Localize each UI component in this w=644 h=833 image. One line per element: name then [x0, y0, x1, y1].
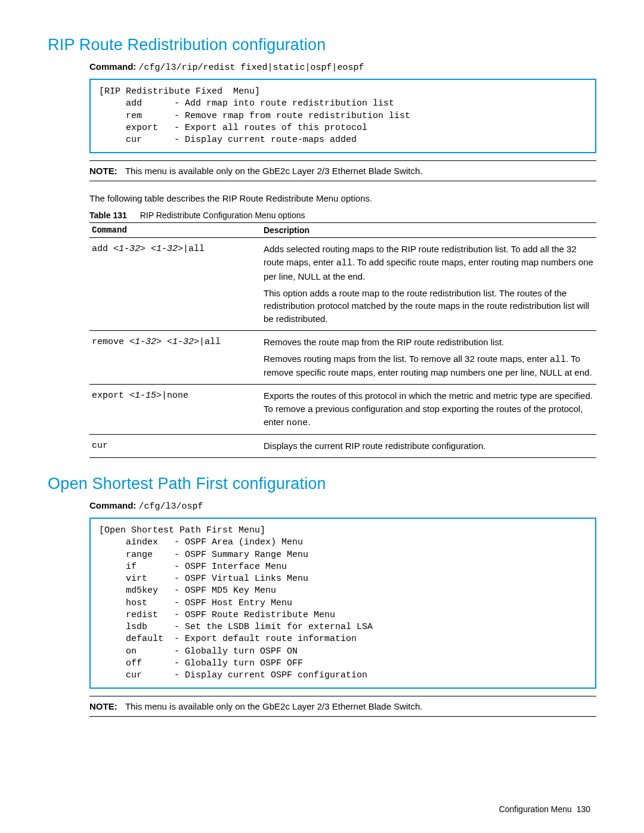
command-label: Command: — [89, 61, 136, 72]
cell-description: Removes the route map from the RIP route… — [261, 330, 596, 384]
footer-section: Configuration Menu — [499, 804, 572, 814]
page-footer: Configuration Menu 130 — [499, 804, 590, 814]
cell-description: Exports the routes of this protocol in w… — [261, 385, 596, 435]
command-line-ospf: Command: /cfg/l3/ospf — [89, 500, 596, 512]
command-label: Command: — [89, 500, 136, 510]
menu-box-rip: [RIP Redistribute Fixed Menu] add - Add … — [89, 79, 596, 153]
cell-command: export <1-15>|none — [89, 385, 261, 435]
table-row: cur Displays the current RIP route redis… — [89, 435, 596, 458]
note-text: This menu is available only on the GbE2c… — [125, 701, 423, 711]
note-label: NOTE: — [89, 165, 123, 177]
heading-rip: RIP Route Redistribution configuration — [48, 36, 596, 54]
note-label: NOTE: — [89, 700, 123, 713]
command-line-rip: Command: /cfg/l3/rip/redist fixed|static… — [89, 61, 596, 73]
config-table: Command Description add <1-32> <1-32>|al… — [89, 222, 596, 458]
table-row: remove <1-32> <1-32>|all Removes the rou… — [89, 330, 596, 384]
page: RIP Route Redistribution configuration C… — [0, 0, 644, 833]
menu-box-ospf: [Open Shortest Path First Menu] aindex -… — [89, 518, 596, 689]
table-row: add <1-32> <1-32>|all Adds selected rout… — [89, 238, 596, 331]
table-row: export <1-15>|none Exports the routes of… — [89, 385, 596, 435]
cell-command: cur — [89, 435, 261, 458]
note-block-ospf: NOTE: This menu is available only on the… — [89, 696, 596, 717]
th-command: Command — [89, 223, 261, 238]
intro-paragraph: The following table describes the RIP Ro… — [89, 192, 596, 205]
cell-description: Adds selected routing maps to the RIP ro… — [261, 238, 596, 331]
table-label: Table 131 — [89, 210, 127, 220]
note-text: This menu is available only on the GbE2c… — [125, 166, 423, 176]
command-path: /cfg/l3/ospf — [139, 501, 203, 512]
footer-page: 130 — [577, 804, 590, 814]
command-path: /cfg/l3/rip/redist fixed|static|ospf|eos… — [139, 63, 364, 73]
note-block-rip: NOTE: This menu is available only on the… — [89, 160, 596, 181]
cell-command: remove <1-32> <1-32>|all — [89, 330, 261, 384]
heading-ospf: Open Shortest Path First configuration — [48, 475, 596, 493]
th-description: Description — [261, 223, 596, 238]
table-caption: Table 131 RIP Redistribute Configuration… — [89, 210, 596, 220]
table-title: RIP Redistribute Configuration Menu opti… — [140, 210, 305, 220]
cell-command: add <1-32> <1-32>|all — [89, 238, 261, 331]
cell-description: Displays the current RIP route redistrib… — [261, 435, 596, 458]
